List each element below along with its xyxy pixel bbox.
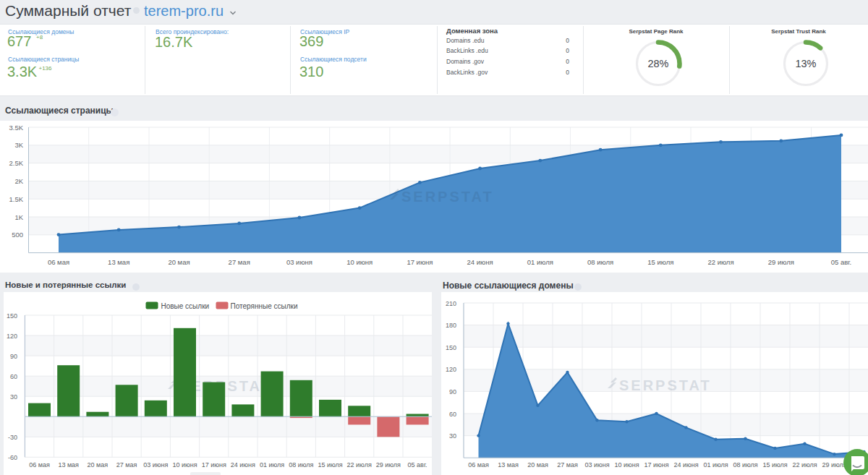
svg-text:06 мая: 06 мая	[48, 258, 69, 266]
svg-text:-60: -60	[8, 454, 17, 461]
svg-text:17 июня: 17 июня	[644, 461, 668, 468]
svg-text:Новые ссылки: Новые ссылки	[161, 302, 210, 310]
svg-text:90: 90	[449, 388, 456, 395]
svg-text:Потерянные ссылки: Потерянные ссылки	[231, 302, 298, 310]
svg-text:2.5K: 2.5K	[9, 159, 23, 167]
svg-text:1K: 1K	[14, 213, 23, 221]
svg-text:-30: -30	[8, 434, 17, 441]
svg-text:24 июня: 24 июня	[673, 461, 698, 468]
svg-text:27 мая: 27 мая	[229, 258, 250, 266]
svg-text:60: 60	[10, 373, 17, 380]
svg-text:180: 180	[446, 322, 456, 329]
svg-text:15 июля: 15 июля	[318, 461, 342, 468]
svg-text:17 июня: 17 июня	[202, 461, 226, 468]
svg-text:28%: 28%	[647, 58, 668, 69]
svg-text:210: 210	[446, 300, 456, 307]
svg-text:20 мая: 20 мая	[88, 461, 109, 468]
svg-text:120: 120	[446, 366, 456, 373]
svg-text:05 авг.: 05 авг.	[408, 461, 427, 468]
svg-text:30: 30	[10, 393, 17, 401]
svg-text:2K: 2K	[14, 177, 23, 185]
svg-text:150: 150	[7, 312, 17, 320]
svg-text:3.5K: 3.5K	[9, 124, 23, 132]
svg-text:01 июля: 01 июля	[260, 461, 284, 468]
svg-text:24 июня: 24 июня	[231, 461, 255, 468]
svg-text:10 июня: 10 июня	[346, 258, 373, 266]
svg-text:06 мая: 06 мая	[29, 461, 50, 468]
svg-text:SERPSTAT: SERPSTAT	[619, 377, 712, 393]
svg-text:SERPSTAT: SERPSTAT	[401, 189, 494, 205]
svg-text:03 июня: 03 июня	[584, 461, 609, 468]
svg-text:22 июля: 22 июля	[707, 258, 733, 266]
svg-text:3K: 3K	[14, 141, 23, 149]
svg-text:13 мая: 13 мая	[58, 461, 79, 468]
svg-text:30: 30	[449, 432, 456, 440]
svg-text:10 июня: 10 июня	[172, 461, 197, 468]
svg-text:500: 500	[12, 231, 23, 239]
svg-text:05 авг.: 05 авг.	[831, 258, 851, 266]
svg-text:20 мая: 20 мая	[527, 461, 548, 468]
svg-text:22 июля: 22 июля	[792, 461, 817, 468]
svg-text:150: 150	[446, 344, 456, 351]
svg-text:27 мая: 27 мая	[557, 461, 578, 468]
svg-text:15 июля: 15 июля	[647, 258, 673, 266]
svg-text:15 июля: 15 июля	[762, 461, 787, 468]
svg-text:90: 90	[10, 353, 17, 360]
svg-text:10 июня: 10 июня	[614, 461, 639, 468]
svg-text:06 мая: 06 мая	[468, 461, 489, 468]
svg-text:13 мая: 13 мая	[108, 258, 129, 266]
svg-text:13%: 13%	[795, 58, 816, 69]
svg-text:03 июня: 03 июня	[143, 461, 168, 468]
svg-text:13 мая: 13 мая	[498, 461, 519, 468]
svg-text:27 мая: 27 мая	[116, 461, 137, 468]
svg-text:29 июля: 29 июля	[768, 258, 794, 266]
svg-text:60: 60	[449, 411, 456, 418]
svg-text:20 мая: 20 мая	[168, 258, 190, 266]
svg-text:03 июня: 03 июня	[286, 258, 312, 266]
svg-text:08 июля: 08 июля	[289, 461, 313, 468]
svg-text:29 июля: 29 июля	[376, 461, 401, 468]
svg-text:24 июня: 24 июня	[467, 258, 493, 266]
svg-text:01 июля: 01 июля	[703, 461, 728, 468]
svg-text:01 июля: 01 июля	[527, 258, 553, 266]
svg-text:22 июля: 22 июля	[347, 461, 372, 468]
svg-text:08 июля: 08 июля	[587, 258, 613, 266]
svg-text:120: 120	[7, 333, 17, 340]
svg-text:1.5K: 1.5K	[9, 195, 23, 203]
svg-text:08 июля: 08 июля	[733, 461, 757, 468]
svg-text:17 июня: 17 июня	[407, 258, 433, 266]
